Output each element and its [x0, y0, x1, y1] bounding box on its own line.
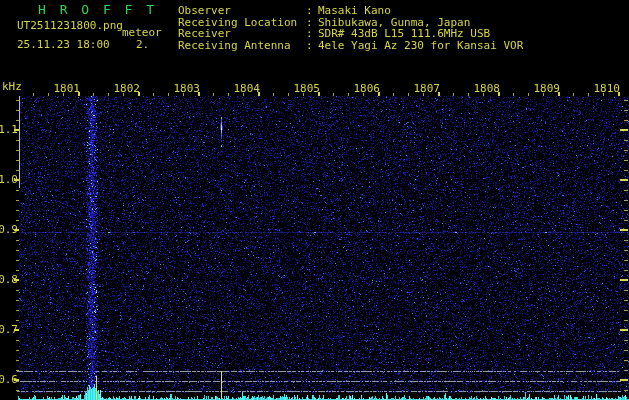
y-tick-minor: [16, 340, 19, 341]
right-tick-minor: [624, 370, 628, 371]
y-tick-minor: [16, 150, 19, 151]
right-tick-minor: [624, 320, 628, 321]
spectrogram-canvas: [0, 0, 629, 400]
info-value: 4ele Yagi Az 230 for Kansai VOR: [318, 39, 523, 52]
info-row: Receiving Antenna:4ele Yagi Az 230 for K…: [178, 40, 523, 52]
y-tick-minor: [16, 350, 19, 351]
right-tick-minor: [624, 220, 628, 221]
y-tick-minor: [16, 240, 19, 241]
right-tick-minor: [624, 300, 628, 301]
right-tick-minor: [624, 200, 628, 201]
x-tick-minor: [183, 93, 184, 96]
x-tick-minor: [108, 93, 109, 96]
right-tick-minor: [624, 160, 628, 161]
right-tick-minor: [624, 360, 628, 361]
x-tick-minor: [483, 93, 484, 96]
x-tick-minor: [603, 93, 604, 96]
y-tick-minor: [16, 200, 19, 201]
y-tick-major: [14, 379, 19, 381]
x-tick-minor: [453, 93, 454, 96]
x-tick-major: [198, 92, 200, 96]
right-tick-major: [620, 229, 628, 231]
x-tick-minor: [228, 93, 229, 96]
y-tick-minor: [16, 310, 19, 311]
x-tick-minor: [273, 93, 274, 96]
right-tick-minor: [624, 310, 628, 311]
y-tick-minor: [16, 190, 19, 191]
x-tick-minor: [423, 93, 424, 96]
x-tick-label: 1805: [292, 83, 320, 95]
right-tick-minor: [624, 250, 628, 251]
x-tick-label: 1801: [52, 83, 80, 95]
y-tick-minor: [16, 120, 19, 121]
y-axis-line: [19, 96, 20, 188]
right-tick-minor: [624, 270, 628, 271]
right-tick-minor: [624, 110, 628, 111]
x-tick-minor: [93, 93, 94, 96]
x-tick-major: [258, 92, 260, 96]
right-tick-major: [620, 329, 628, 331]
echo-marker: [221, 371, 222, 399]
output-filename: UT2511231800.png: [17, 20, 123, 32]
x-tick-minor: [528, 93, 529, 96]
info-colon: :: [306, 40, 318, 52]
x-tick-label: 1803: [172, 83, 200, 95]
datetime-label: 25.11.23 18:00: [17, 39, 110, 51]
x-tick-minor: [48, 93, 49, 96]
y-tick-minor: [16, 370, 19, 371]
x-tick-label: 1809: [532, 83, 560, 95]
y-tick-major: [14, 329, 19, 331]
y-tick-minor: [16, 100, 19, 101]
y-tick-major: [14, 279, 19, 281]
x-tick-minor: [63, 93, 64, 96]
x-tick-major: [618, 92, 620, 96]
x-tick-minor: [333, 93, 334, 96]
right-tick-minor: [624, 290, 628, 291]
x-tick-minor: [573, 93, 574, 96]
y-tick-minor: [16, 110, 19, 111]
x-tick-minor: [123, 93, 124, 96]
x-tick-major: [558, 92, 560, 96]
y-tick-minor: [16, 160, 19, 161]
right-tick-minor: [624, 120, 628, 121]
x-tick-minor: [363, 93, 364, 96]
y-tick-minor: [16, 320, 19, 321]
x-tick-major: [318, 92, 320, 96]
x-tick-minor: [288, 93, 289, 96]
y-tick-minor: [16, 250, 19, 251]
x-tick-minor: [303, 93, 304, 96]
x-tick-minor: [213, 93, 214, 96]
right-tick-minor: [624, 140, 628, 141]
y-tick-minor: [16, 390, 19, 391]
right-tick-minor: [624, 390, 628, 391]
right-tick-minor: [624, 260, 628, 261]
right-tick-major: [620, 179, 628, 181]
x-tick-label: 1808: [472, 83, 500, 95]
app-title: H R O F F T: [38, 4, 157, 16]
x-tick-label: 1807: [412, 83, 440, 95]
x-tick-minor: [153, 93, 154, 96]
y-tick-major: [14, 229, 19, 231]
x-tick-minor: [513, 93, 514, 96]
right-tick-minor: [624, 240, 628, 241]
right-tick-minor: [624, 150, 628, 151]
x-tick-major: [438, 92, 440, 96]
x-tick-minor: [348, 93, 349, 96]
y-tick-minor: [16, 290, 19, 291]
x-tick-major: [78, 92, 80, 96]
x-tick-minor: [543, 93, 544, 96]
y-tick-minor: [16, 260, 19, 261]
x-tick-minor: [393, 93, 394, 96]
x-tick-label: 1804: [232, 83, 260, 95]
y-tick-minor: [16, 210, 19, 211]
y-tick-minor: [16, 170, 19, 171]
info-label: Receiving Antenna: [178, 40, 306, 52]
x-tick-minor: [243, 93, 244, 96]
station-info-table: Observer:Masaki KanoReceiving Location:S…: [178, 5, 523, 51]
y-axis-unit-label: kHz: [2, 81, 22, 93]
right-tick-minor: [624, 190, 628, 191]
x-tick-label: 1810: [592, 83, 620, 95]
x-tick-label: 1806: [352, 83, 380, 95]
y-tick-minor: [16, 360, 19, 361]
right-tick-minor: [624, 100, 628, 101]
